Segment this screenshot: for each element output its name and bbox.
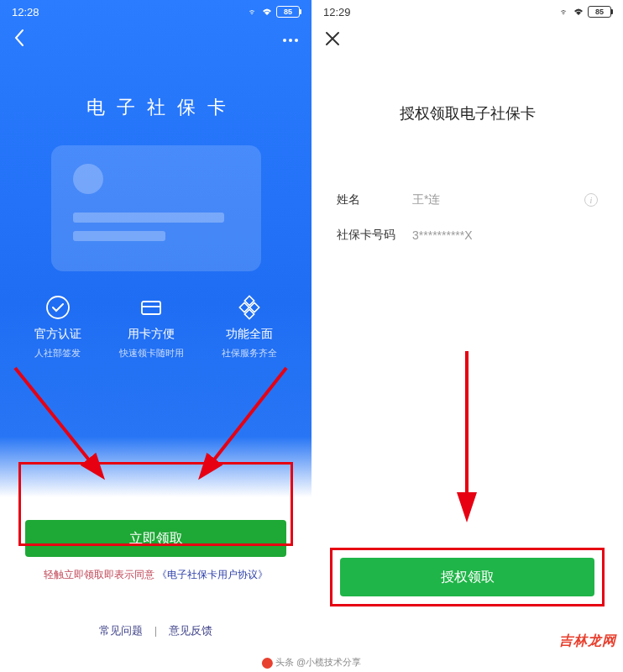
wifi-icon xyxy=(573,7,584,17)
info-icon[interactable]: i xyxy=(584,193,598,207)
status-indicators: ᯤ 85 xyxy=(249,6,300,18)
bottom-area: 立即领取 轻触立即领取即表示同意 《电子社保卡用户协议》 常见问题 | 意见反馈 xyxy=(0,495,312,672)
wifi-icon xyxy=(261,7,273,17)
feature-full: 功能全面 社保服务齐全 xyxy=(222,295,277,360)
footer-links: 常见问题 | 意见反馈 xyxy=(25,623,286,638)
card-value: 3**********X xyxy=(412,228,598,242)
feature-official: 官方认证 人社部签发 xyxy=(34,295,81,360)
status-time: 12:29 xyxy=(323,6,351,18)
nav-bar xyxy=(0,24,312,57)
battery-icon: 85 xyxy=(276,6,300,18)
card-illustration xyxy=(51,145,261,271)
svg-line-8 xyxy=(202,368,286,475)
phone-screen-left: 12:28 ᯤ 85 电子社保卡 官方认证 人社部签发 xyxy=(0,0,312,672)
back-button[interactable] xyxy=(13,29,25,52)
svg-rect-1 xyxy=(142,302,160,314)
annotation-arrow-right xyxy=(186,361,295,487)
svg-line-7 xyxy=(15,368,101,475)
diamond-icon xyxy=(237,295,262,320)
phone-screen-right: 12:29 ᯤ 85 授权领取电子社保卡 姓名 王*连 i 社保卡号码 3***… xyxy=(312,0,623,672)
annotation-arrow-down xyxy=(437,344,496,529)
card-label: 社保卡号码 xyxy=(337,228,412,243)
battery-icon: 85 xyxy=(588,6,611,18)
nav-bar xyxy=(312,24,623,57)
feature-convenient: 用卡方便 快速领卡随时用 xyxy=(119,295,184,360)
status-indicators: ᯤ 85 xyxy=(560,6,611,18)
features-row: 官方认证 人社部签发 用卡方便 快速领卡随时用 功能全面 社保服务齐全 xyxy=(0,271,312,360)
page-title: 电子社保卡 xyxy=(0,95,312,120)
card-row: 社保卡号码 3**********X xyxy=(312,218,623,253)
signal-icon: ᯤ xyxy=(560,7,569,17)
faq-link[interactable]: 常见问题 xyxy=(99,624,143,637)
watermark: 吉林龙网 xyxy=(559,633,616,650)
agreement-link[interactable]: 《电子社保卡用户协议》 xyxy=(157,570,268,580)
page-title: 授权领取电子社保卡 xyxy=(312,103,623,123)
more-button[interactable] xyxy=(283,39,298,42)
claim-button[interactable]: 立即领取 xyxy=(25,520,286,557)
status-bar: 12:28 ᯤ 85 xyxy=(0,0,312,24)
authorize-button[interactable]: 授权领取 xyxy=(340,558,594,596)
feedback-link[interactable]: 意见反馈 xyxy=(169,624,212,637)
check-circle-icon xyxy=(45,295,71,320)
avatar-icon xyxy=(262,658,273,669)
svg-point-0 xyxy=(47,297,69,318)
agreement-text: 轻触立即领取即表示同意 《电子社保卡用户协议》 xyxy=(25,569,286,581)
card-icon xyxy=(139,295,164,320)
status-time: 12:28 xyxy=(12,6,39,18)
name-label: 姓名 xyxy=(337,192,412,207)
name-row: 姓名 王*连 i xyxy=(312,182,623,218)
attribution: 头条 @小榄技术分享 xyxy=(262,656,361,669)
signal-icon: ᯤ xyxy=(249,7,258,17)
name-value: 王*连 xyxy=(412,192,584,207)
close-button[interactable] xyxy=(325,29,340,51)
status-bar: 12:29 ᯤ 85 xyxy=(312,0,623,24)
annotation-arrow-left xyxy=(8,361,118,487)
